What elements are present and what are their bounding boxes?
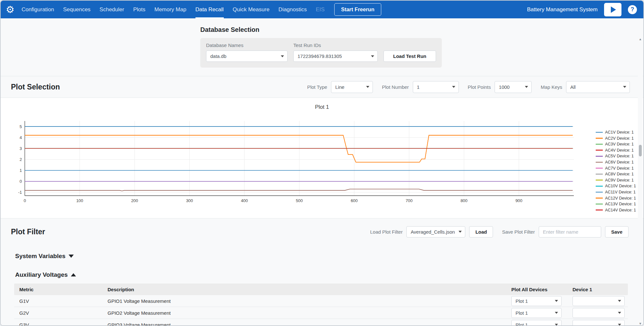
load-plot-filter-dropdown[interactable]: Averaged_Cells.json (406, 226, 465, 238)
load-plot-filter-label: Load Plot Filter (370, 229, 403, 235)
legend-item[interactable]: AC9V Device: 1 (596, 178, 636, 182)
legend-swatch (596, 204, 603, 205)
system-variables-toggle[interactable]: System Variables (1, 249, 643, 263)
plot-all-devices-dropdown[interactable]: Plot 1 (511, 320, 562, 326)
device-1-dropdown[interactable] (573, 296, 625, 306)
svg-text:-1: -1 (18, 190, 22, 195)
svg-text:300: 300 (186, 198, 193, 203)
save-filter-button[interactable]: Save (605, 226, 629, 238)
legend-label: AC10V Device: 1 (605, 184, 636, 188)
legend-item[interactable]: AC7V Device: 1 (596, 166, 636, 171)
legend-item[interactable]: AC1V Device: 1 (596, 130, 636, 135)
map-keys-dropdown[interactable]: All (566, 81, 630, 93)
legend-swatch (596, 162, 603, 163)
legend-item[interactable]: AC10V Device: 1 (596, 184, 636, 188)
nav-item-scheduler[interactable]: Scheduler (99, 1, 124, 18)
table-header: Metric Description Plot All Devices Devi… (14, 284, 628, 295)
top-nav: ⚙ ConfigurationSequencesSchedulerPlotsMe… (1, 1, 643, 18)
app-window: ⚙ ConfigurationSequencesSchedulerPlotsMe… (0, 0, 644, 326)
test-run-ids-label: Test Run IDs (293, 42, 378, 48)
database-names-label: Database Names (206, 42, 288, 48)
svg-text:1: 1 (20, 168, 22, 173)
plot-type-value: Line (335, 84, 344, 90)
svg-text:800: 800 (460, 198, 468, 203)
svg-text:200: 200 (131, 198, 138, 203)
save-plot-filter-label: Save Plot Filter (502, 229, 535, 235)
nav-item-configuration[interactable]: Configuration (22, 1, 54, 18)
auxiliary-voltages-toggle[interactable]: Auxiliary Voltages (1, 268, 643, 282)
legend-swatch (596, 174, 603, 175)
plot-points-dropdown[interactable]: 1000 (495, 81, 532, 93)
legend-item[interactable]: AC4V Device: 1 (596, 148, 636, 153)
nav-item-memory-map[interactable]: Memory Map (154, 1, 186, 18)
legend-item[interactable]: AC2V Device: 1 (596, 136, 636, 141)
chevron-down-icon (618, 300, 621, 302)
plot-all-devices-dropdown[interactable]: Plot 1 (511, 296, 562, 306)
legend-label: AC9V Device: 1 (605, 178, 634, 182)
scroll-up-icon[interactable]: ▲ (638, 37, 643, 42)
legend-item[interactable]: AC5V Device: 1 (596, 154, 636, 158)
description-cell: GPIO3 Voltage Measurement (108, 322, 511, 326)
legend-swatch (596, 150, 603, 151)
plot-points-label: Plot Points (468, 84, 491, 90)
device-1-dropdown[interactable] (573, 308, 625, 318)
metric-cell: G2V (14, 310, 108, 316)
database-names-value: data.db (210, 53, 226, 59)
nav-item-quick-measure[interactable]: Quick Measure (233, 1, 270, 18)
legend-swatch (596, 198, 603, 199)
chevron-down-icon (525, 86, 528, 88)
database-names-dropdown[interactable]: data.db (206, 51, 288, 62)
legend-item[interactable]: AC11V Device: 1 (596, 190, 636, 194)
svg-text:2: 2 (20, 157, 22, 162)
load-test-run-button[interactable]: Load Test Run (384, 51, 436, 62)
legend-swatch (596, 144, 603, 145)
legend-item[interactable]: AC6V Device: 1 (596, 160, 636, 164)
gear-icon[interactable]: ⚙ (6, 5, 14, 14)
legend-swatch (596, 210, 603, 210)
scrollbar-thumb[interactable] (639, 145, 642, 156)
line-chart[interactable]: 0100200300400500600700800900-1012345 (1, 116, 580, 214)
legend-swatch (596, 180, 603, 181)
plot-number-dropdown[interactable]: 1 (413, 81, 459, 93)
scroll-down-icon[interactable]: ▼ (638, 321, 643, 326)
database-names-field: Database Names data.db (206, 42, 288, 62)
legend-swatch (596, 132, 603, 133)
legend-label: AC13V Device: 1 (605, 202, 636, 206)
plot-all-devices-dropdown-value: Plot 1 (516, 310, 528, 316)
plot-selection-title: Plot Selection (11, 83, 60, 91)
legend-item[interactable]: AC13V Device: 1 (596, 202, 636, 206)
play-button[interactable] (604, 3, 621, 16)
start-freerun-button[interactable]: Start Freerun (334, 3, 381, 16)
help-icon[interactable]: ? (628, 5, 637, 14)
plot-all-devices-dropdown[interactable]: Plot 1 (511, 308, 562, 318)
chevron-down-icon (281, 55, 284, 57)
vertical-scrollbar[interactable]: ▲ ▼ (638, 37, 643, 326)
legend-label: AC11V Device: 1 (605, 190, 636, 194)
plot-type-dropdown[interactable]: Line (331, 81, 373, 93)
col-device-1: Device 1 (573, 287, 628, 292)
svg-text:900: 900 (516, 198, 523, 203)
filter-name-input[interactable] (539, 226, 601, 238)
svg-text:600: 600 (351, 198, 358, 203)
legend-item[interactable]: AC12V Device: 1 (596, 196, 636, 200)
nav-item-sequences[interactable]: Sequences (63, 1, 90, 18)
legend-label: AC7V Device: 1 (605, 166, 634, 171)
nav-item-diagnostics[interactable]: Diagnostics (279, 1, 307, 18)
legend-item[interactable]: AC8V Device: 1 (596, 172, 636, 176)
test-run-ids-dropdown[interactable]: 1722394679.831305 (293, 51, 378, 62)
legend-label: AC3V Device: 1 (605, 142, 634, 146)
svg-text:5: 5 (20, 124, 22, 129)
svg-text:0: 0 (24, 198, 26, 203)
legend-item[interactable]: AC14V Device: 1 (596, 208, 636, 212)
nav-item-plots[interactable]: Plots (133, 1, 146, 18)
database-selection-title: Database Selection (200, 26, 442, 33)
chart-body: 0100200300400500600700800900-1012345 AC1… (1, 116, 643, 214)
main-content: Database Selection Database Names data.d… (1, 18, 643, 326)
nav-item-eis[interactable]: EIS (316, 1, 325, 18)
legend-label: AC8V Device: 1 (605, 172, 634, 176)
load-plot-filter-value: Averaged_Cells.json (411, 229, 455, 235)
nav-item-data-recall[interactable]: Data Recall (195, 1, 224, 18)
load-filter-button[interactable]: Load (469, 226, 493, 238)
device-1-dropdown[interactable] (573, 320, 625, 326)
legend-item[interactable]: AC3V Device: 1 (596, 142, 636, 146)
